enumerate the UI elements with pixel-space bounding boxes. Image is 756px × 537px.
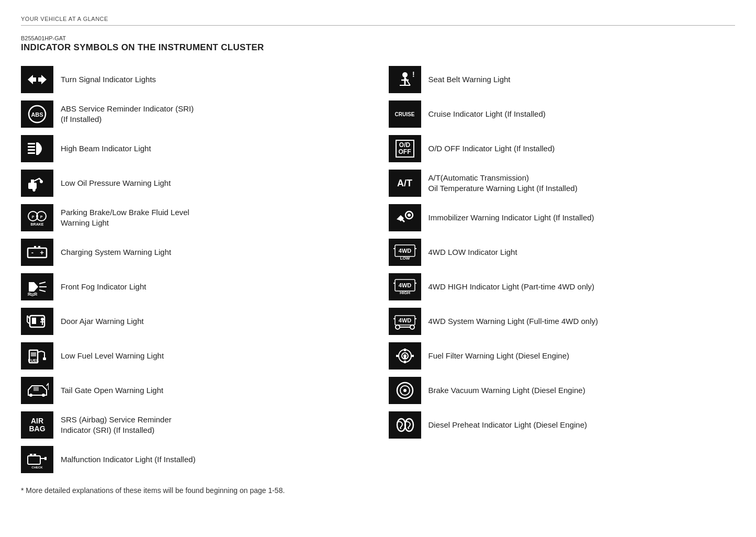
icon-high-beam — [21, 135, 53, 162]
indicator-row-door-ajar: Door Ajar Warning Light — [21, 304, 368, 339]
label-4wd-system: 4WD System Warning Light (Full-time 4WD … — [428, 316, 599, 327]
svg-point-41 — [42, 394, 45, 397]
label-parking-brake: Parking Brake/Low Brake Fluid Level Warn… — [61, 207, 189, 229]
svg-text:4WD: 4WD — [398, 282, 411, 288]
svg-rect-81 — [404, 356, 406, 359]
label-turn-signal: Turn Signal Indicator Lights — [61, 74, 156, 85]
icon-4wd-high: 4WD HIGH — [389, 273, 421, 300]
svg-rect-38 — [43, 357, 46, 360]
svg-text:LOW: LOW — [400, 256, 410, 261]
indicator-row-seatbelt: ! Seat Belt Warning Light — [389, 62, 736, 97]
svg-line-24 — [39, 290, 46, 292]
indicator-row-turn-signal: Turn Signal Indicator Lights — [21, 62, 368, 97]
icon-seatbelt: ! — [389, 66, 421, 93]
label-airbag: SRS (Airbag) Service Reminder Indicator … — [61, 415, 172, 436]
svg-rect-78 — [396, 355, 399, 357]
icon-low-fuel: FUEL — [21, 342, 53, 370]
icon-cruise: CRUISE — [389, 100, 421, 128]
indicator-row-check: CHECK Malfunction Indicator Light (If In… — [21, 442, 368, 477]
svg-point-56 — [408, 214, 411, 217]
svg-marker-0 — [28, 75, 36, 84]
icon-door-ajar — [21, 308, 53, 335]
svg-rect-6 — [28, 149, 35, 151]
indicator-row-4wd-low: 4WD LOW 4WD LOW Indicator Light — [389, 235, 736, 270]
label-low-oil: Low Oil Pressure Warning Light — [61, 178, 171, 188]
label-door-ajar: Door Ajar Warning Light — [61, 316, 144, 327]
svg-rect-79 — [411, 355, 414, 357]
indicator-row-front-fog: Front Fog Indicator Light — [21, 270, 368, 304]
indicator-row-diesel-preheat: Diesel Preheat Indicator Light (Diesel E… — [389, 408, 736, 442]
svg-text:!: ! — [412, 70, 415, 79]
label-od-off: O/D OFF Indicator Light (If Installed) — [428, 143, 555, 154]
icon-4wd-system: 4WD — [389, 308, 421, 335]
svg-text:P: P — [32, 215, 35, 219]
indicator-row-4wd-high: 4WD HIGH 4WD HIGH Indicator Light (Part-… — [389, 270, 736, 304]
icon-abs: ABS — [21, 100, 53, 128]
svg-text:HIGH: HIGH — [400, 290, 410, 295]
svg-text:ABS: ABS — [31, 111, 43, 118]
page-header: YOUR VEHICLE AT A GLANCE — [21, 16, 735, 26]
svg-rect-77 — [404, 361, 406, 363]
svg-rect-76 — [404, 349, 406, 351]
label-at-temp: A/T(Automatic Transmission) Oil Temperat… — [428, 173, 578, 194]
icon-4wd-low: 4WD LOW — [389, 239, 421, 266]
svg-rect-7 — [28, 152, 35, 154]
icon-check: CHECK — [21, 446, 53, 473]
svg-marker-1 — [38, 75, 47, 84]
label-charging: Charging System Warning Light — [61, 247, 171, 258]
icon-low-oil — [21, 170, 53, 197]
icon-tail-gate — [21, 377, 53, 404]
svg-rect-8 — [36, 142, 38, 155]
svg-point-84 — [403, 389, 407, 392]
svg-rect-4 — [28, 143, 35, 144]
icon-fuel-filter — [389, 342, 421, 370]
right-column: ! Seat Belt Warning LightCRUISECruise In… — [389, 62, 736, 477]
main-columns: Turn Signal Indicator Lights ABS ABS Ser… — [21, 62, 735, 477]
svg-text:+: + — [40, 249, 44, 256]
svg-rect-18 — [34, 246, 36, 249]
svg-rect-44 — [33, 387, 39, 391]
svg-rect-45 — [28, 456, 40, 464]
section-code: B255A01HP-GAT — [21, 35, 735, 41]
svg-text:4WD: 4WD — [398, 317, 411, 323]
svg-text:-: - — [31, 249, 33, 256]
svg-line-36 — [41, 351, 44, 352]
indicator-row-immobilizer: Immobilizer Warning Indicator Light (If … — [389, 200, 736, 235]
indicator-row-fuel-filter: Fuel Filter Warning Light (Diesel Engine… — [389, 339, 736, 373]
svg-text:4WD: 4WD — [398, 248, 411, 254]
label-front-fog: Front Fog Indicator Light — [61, 282, 146, 292]
indicator-row-charging: - + Charging System Warning Light — [21, 235, 368, 270]
icon-charging: - + — [21, 239, 53, 266]
label-4wd-low: 4WD LOW Indicator Light — [428, 247, 517, 258]
icon-brake-vacuum — [389, 377, 421, 404]
svg-point-85 — [397, 419, 405, 431]
svg-text:FUEL: FUEL — [28, 358, 39, 363]
svg-text:P: P — [40, 215, 43, 219]
label-cruise: Cruise Indicator Light (If Installed) — [428, 109, 546, 119]
indicator-row-cruise: CRUISECruise Indicator Light (If Install… — [389, 97, 736, 131]
svg-rect-46 — [30, 454, 32, 456]
icon-at-temp: A/T — [389, 170, 421, 197]
indicator-row-high-beam: High Beam Indicator Light — [21, 131, 368, 166]
indicator-row-parking-brake: P P BRAKE Parking Brake/Low Brake Fluid … — [21, 200, 368, 235]
svg-point-72 — [410, 325, 414, 329]
icon-od-off: O/DOFF — [389, 135, 421, 162]
label-check: Malfunction Indicator Light (If Installe… — [61, 454, 196, 465]
icon-front-fog — [21, 273, 53, 300]
indicator-row-airbag: AIRBAGSRS (Airbag) Service Reminder Indi… — [21, 408, 368, 442]
svg-point-30 — [41, 318, 44, 321]
indicator-row-abs: ABS ABS Service Reminder Indicator (SRI)… — [21, 97, 368, 131]
indicator-row-od-off: O/DOFFO/D OFF Indicator Light (If Instal… — [389, 131, 736, 166]
svg-point-11 — [40, 180, 43, 183]
svg-rect-34 — [31, 352, 36, 356]
indicator-row-tail-gate: Tail Gate Open Warning Light — [21, 373, 368, 408]
label-brake-vacuum: Brake Vacuum Warning Light (Diesel Engin… — [428, 385, 585, 396]
label-seatbelt: Seat Belt Warning Light — [428, 74, 511, 85]
breadcrumb: YOUR VEHICLE AT A GLANCE — [21, 16, 108, 22]
svg-rect-5 — [28, 146, 35, 148]
indicator-row-low-oil: Low Oil Pressure Warning Light — [21, 166, 368, 200]
label-diesel-preheat: Diesel Preheat Indicator Light (Diesel E… — [428, 420, 588, 430]
svg-rect-26 — [32, 318, 36, 324]
indicator-row-low-fuel: FUEL Low Fuel Level Warning Light — [21, 339, 368, 373]
label-low-fuel: Low Fuel Level Warning Light — [61, 351, 164, 361]
